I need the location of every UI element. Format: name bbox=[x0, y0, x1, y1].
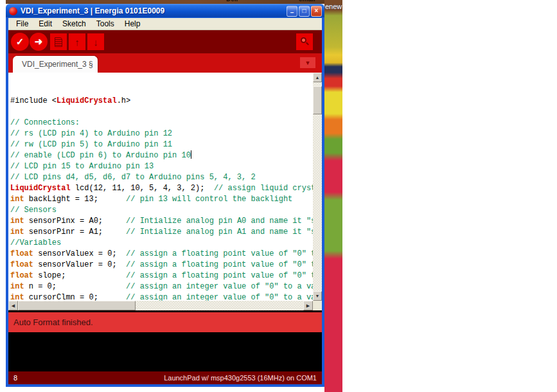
close-icon: × bbox=[315, 8, 319, 14]
menu-item-help[interactable]: Help bbox=[119, 19, 146, 29]
menu-item-sketch[interactable]: Sketch bbox=[57, 19, 91, 29]
vertical-scroll-thumb[interactable] bbox=[313, 86, 322, 114]
code-line: // Connections: bbox=[10, 118, 313, 129]
text-cursor bbox=[191, 150, 191, 159]
code-line: int backLight = 13; // pin 13 will contr… bbox=[10, 194, 313, 205]
open-button[interactable]: ↑ bbox=[69, 33, 85, 50]
code-line: // rw (LCD pin 5) to Arduino pin 11 bbox=[10, 139, 313, 150]
board-status: LaunchPad w/ msp430g2553 (16MHz) on COM1 bbox=[164, 374, 317, 382]
menu-bar: FileEditSketchToolsHelp bbox=[8, 18, 322, 30]
menu-item-edit[interactable]: Edit bbox=[33, 19, 57, 29]
code-line: // rs (LCD pin 4) to Arduino pin 12 bbox=[10, 129, 313, 139]
scrollbar-corner bbox=[313, 301, 322, 310]
console-output bbox=[8, 332, 322, 371]
code-line: int n = 0; // assign an integer value of… bbox=[10, 281, 313, 292]
desktop-wallpaper-right-strip bbox=[324, 0, 342, 392]
energia-app-icon bbox=[9, 7, 17, 15]
menu-item-tools[interactable]: Tools bbox=[91, 19, 119, 29]
magnifier-icon bbox=[300, 37, 309, 46]
energia-window: VDI_Experiment_3 | Energia 0101E0009 – □… bbox=[6, 4, 324, 387]
code-line: // enable (LCD pin 6) to Arduino pin 10 bbox=[10, 150, 313, 161]
code-line: //Variables bbox=[10, 238, 313, 249]
maximize-icon: □ bbox=[302, 8, 306, 14]
scroll-left-button[interactable]: ◀ bbox=[8, 301, 18, 310]
minimize-button[interactable]: – bbox=[287, 6, 297, 17]
tab-sketch[interactable]: VDI_Experiment_3 § bbox=[13, 56, 98, 73]
code-line: // Sensors bbox=[10, 205, 313, 216]
serial-monitor-button[interactable] bbox=[296, 33, 313, 50]
menu-item-file[interactable]: File bbox=[11, 19, 33, 29]
code-line: int cursorClmn = 0; // assign an integer… bbox=[10, 292, 313, 301]
title-bar[interactable]: VDI_Experiment_3 | Energia 0101E0009 – □… bbox=[6, 4, 324, 18]
check-icon: ✓ bbox=[16, 36, 24, 48]
chevron-down-icon: ▼ bbox=[305, 60, 311, 66]
code-line: LiquidCrystal lcd(12, 11, 10, 5, 4, 3, 2… bbox=[10, 183, 313, 194]
verify-button[interactable]: ✓ bbox=[11, 33, 29, 51]
scroll-right-button[interactable]: ▶ bbox=[303, 301, 313, 310]
code-text-area[interactable]: #include <LiquidCrystal.h>// Connections… bbox=[8, 73, 313, 301]
document-icon bbox=[55, 37, 62, 47]
code-line: // LCD pin 15 to Arduino pin 13 bbox=[10, 161, 313, 172]
tab-menu-button[interactable]: ▼ bbox=[300, 57, 315, 68]
window-title: VDI_Experiment_3 | Energia 0101E0009 bbox=[21, 6, 285, 15]
line-number-indicator: 8 bbox=[13, 374, 17, 382]
save-button[interactable]: ↓ bbox=[87, 33, 104, 50]
status-message: Auto Format finished. bbox=[13, 317, 93, 327]
desktop-wallpaper-left-strip bbox=[0, 0, 6, 392]
window-body: FileEditSketchToolsHelp ✓ ➜ ↑ ↓ VDI_Expe… bbox=[6, 18, 324, 387]
code-line: // LCD pins d4, d5, d6, d7 to Arduino pi… bbox=[10, 172, 313, 183]
code-line: float sensorValuer = 0; // assign a floa… bbox=[10, 260, 313, 271]
code-line: float slope; // assign a floating point … bbox=[10, 271, 313, 281]
code-line bbox=[10, 85, 313, 96]
footer-bar: 8 LaunchPad w/ msp430g2553 (16MHz) on CO… bbox=[8, 371, 322, 384]
status-bar: Auto Format finished. bbox=[8, 310, 322, 332]
tab-bar: VDI_Experiment_3 § ▼ bbox=[8, 53, 322, 73]
toolbar: ✓ ➜ ↑ ↓ bbox=[8, 30, 322, 53]
arrow-right-icon: ➜ bbox=[35, 36, 43, 48]
minimize-icon: – bbox=[290, 10, 294, 16]
scroll-down-button[interactable]: ▼ bbox=[313, 291, 322, 301]
horizontal-scrollbar[interactable]: ◀ ▶ bbox=[8, 301, 313, 310]
maximize-button[interactable]: □ bbox=[299, 6, 310, 17]
new-sketch-button[interactable] bbox=[50, 33, 67, 50]
code-editor[interactable]: #include <LiquidCrystal.h>// Connections… bbox=[8, 73, 322, 310]
horizontal-scroll-thumb[interactable] bbox=[18, 301, 136, 310]
desktop-icon-label: enew bbox=[325, 3, 342, 10]
arrow-down-icon: ↓ bbox=[93, 37, 98, 48]
code-line: float sensorValuex = 0; // assign a floa… bbox=[10, 249, 313, 260]
upload-button[interactable]: ➜ bbox=[30, 33, 48, 51]
code-line: #include <LiquidCrystal.h> bbox=[10, 96, 313, 107]
close-button[interactable]: × bbox=[311, 6, 322, 17]
code-line bbox=[10, 74, 313, 85]
vertical-scrollbar[interactable]: ▲ ▼ bbox=[313, 73, 322, 301]
code-line: int sensorPinr = A1; // Intialize analog… bbox=[10, 227, 313, 238]
code-line: int sensorPinx = A0; // Intialize analog… bbox=[10, 216, 313, 227]
scroll-up-button[interactable]: ▲ bbox=[313, 73, 322, 82]
code-line bbox=[10, 107, 313, 118]
arrow-up-icon: ↑ bbox=[75, 37, 80, 48]
